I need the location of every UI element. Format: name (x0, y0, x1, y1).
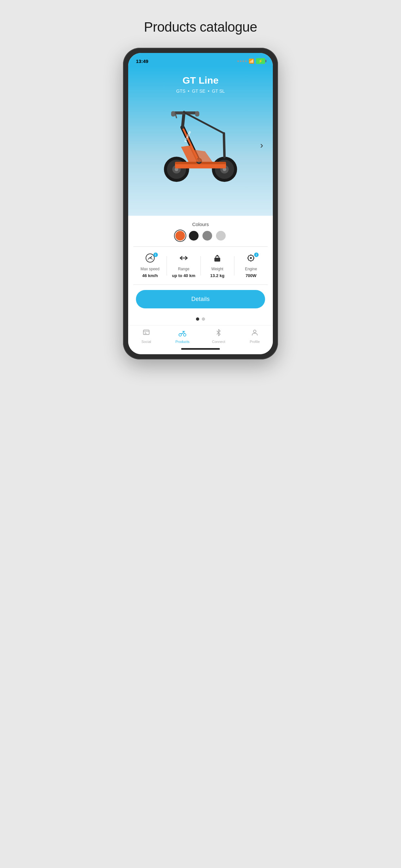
svg-line-14 (182, 113, 184, 127)
product-variants: GTS GT SE GT SL (135, 89, 266, 94)
nav-social[interactable]: Social (128, 329, 164, 344)
svg-line-49 (183, 331, 185, 334)
spec-engine-label: Engine (245, 267, 257, 271)
svg-rect-40 (143, 330, 149, 335)
wifi-icon: 📶 (249, 58, 254, 64)
status-bar: 13:49 📶 ⚡ (128, 53, 273, 67)
svg-rect-34 (247, 257, 249, 258)
scooter-image: ETWOW (152, 103, 249, 187)
color-swatches (135, 231, 266, 241)
phone-frame: 13:49 📶 ⚡ GT Line GTS GT SE GT SL (123, 48, 278, 360)
svg-line-47 (183, 331, 183, 334)
color-swatch-gray[interactable] (203, 231, 212, 241)
profile-icon (251, 329, 258, 338)
spec-speed-value: 46 km/h (142, 273, 158, 278)
svg-point-45 (183, 334, 186, 336)
svg-point-44 (179, 334, 181, 336)
page-dot-1 (196, 317, 199, 321)
bottom-nav: Social Products (128, 325, 273, 345)
status-icons: 📶 ⚡ (237, 58, 265, 64)
spec-weight-value: 13.2 kg (210, 273, 224, 278)
color-swatch-orange[interactable] (175, 231, 185, 241)
colors-section: Colours (128, 216, 273, 246)
phone-screen: 13:49 📶 ⚡ GT Line GTS GT SE GT SL (128, 53, 273, 354)
nav-profile-label: Profile (250, 340, 259, 344)
svg-point-29 (217, 255, 218, 256)
spec-speed-label: Max speed (141, 267, 159, 271)
next-arrow[interactable]: › (260, 140, 263, 151)
spec-weight-label: Weight (212, 267, 223, 271)
battery-icon: ⚡ (256, 58, 265, 64)
specs-section: i Max speed 46 km/h Range (128, 247, 273, 284)
hero-area: GT Line GTS GT SE GT SL (128, 67, 273, 216)
svg-rect-33 (251, 260, 251, 261)
status-time: 13:49 (136, 58, 148, 64)
nav-connect[interactable]: Connect (201, 329, 237, 344)
svg-point-31 (250, 257, 252, 259)
details-button[interactable]: Details (136, 290, 265, 308)
spec-range: Range up to 40 km (167, 253, 200, 278)
svg-rect-32 (251, 254, 251, 256)
range-icon (179, 253, 189, 265)
svg-rect-28 (214, 258, 220, 261)
svg-rect-35 (253, 257, 254, 258)
engine-info-badge[interactable]: i (254, 252, 258, 257)
page-dot-2 (202, 317, 205, 321)
svg-point-26 (150, 257, 151, 259)
spec-range-label: Range (178, 267, 189, 271)
svg-line-20 (184, 113, 224, 133)
bluetooth-icon (215, 329, 222, 338)
svg-line-19 (224, 133, 224, 157)
spec-weight: Weight 13.2 kg (201, 253, 234, 278)
weight-icon (212, 253, 222, 265)
nav-connect-label: Connect (212, 340, 225, 344)
details-section: Details (128, 285, 273, 315)
home-bar (181, 348, 220, 350)
scooter-container: ETWOW › (135, 100, 266, 190)
social-icon (143, 329, 150, 338)
nav-products-label: Products (175, 340, 189, 344)
nav-social-label: Social (142, 340, 151, 344)
signal-dots (237, 60, 247, 62)
spec-engine: i Engine 700W (235, 253, 268, 278)
svg-rect-17 (195, 111, 199, 117)
color-swatch-black[interactable] (189, 231, 198, 241)
spec-max-speed: i Max speed 46 km/h (133, 253, 166, 278)
product-title: GT Line (135, 75, 266, 86)
scooter-nav-icon (178, 329, 187, 338)
page-title: Products catalogue (144, 20, 257, 35)
speed-info-badge[interactable]: i (153, 252, 158, 257)
nav-profile[interactable]: Profile (237, 329, 273, 344)
color-swatch-light-gray[interactable] (216, 231, 226, 241)
nav-products[interactable]: Products (164, 329, 201, 344)
colors-label: Colours (135, 221, 266, 227)
spec-range-value: up to 40 km (172, 273, 195, 278)
spec-engine-value: 700W (245, 273, 256, 278)
pagination-dots (128, 315, 273, 325)
svg-point-50 (253, 330, 256, 333)
home-indicator (128, 345, 273, 354)
